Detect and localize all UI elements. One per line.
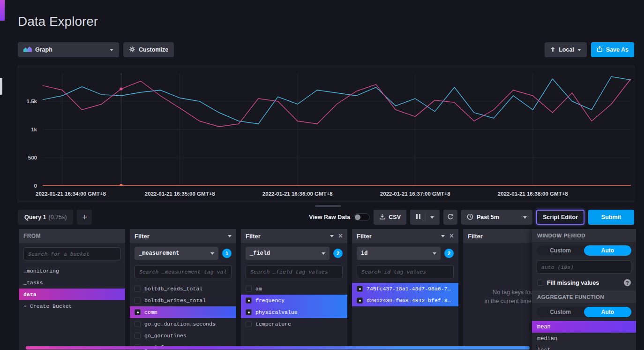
aggregate-function-item[interactable]: median <box>532 333 636 344</box>
time-range-dropdown[interactable]: Past 5m <box>461 210 532 225</box>
chart-scroll-indicator[interactable] <box>315 205 341 207</box>
pause-button[interactable] <box>410 210 440 225</box>
aggregate-function-item[interactable]: mean <box>532 321 636 333</box>
bucket-search-input[interactable] <box>23 247 120 260</box>
aggregate-auto-button[interactable]: Auto <box>584 307 631 317</box>
list-item[interactable]: comm <box>130 306 236 318</box>
save-as-button[interactable]: Save As <box>591 42 634 57</box>
list-item[interactable]: am <box>241 283 347 295</box>
y-axis-tick-label: 500 <box>28 155 37 160</box>
close-icon[interactable]: × <box>449 232 454 240</box>
left-edge-handle[interactable] <box>0 78 2 95</box>
view-type-dropdown[interactable]: Graph <box>18 42 119 57</box>
x-axis-tick-label: 2022-01-21 16:37:00 GMT+8 <box>364 191 467 197</box>
list-item-label: am <box>255 286 262 292</box>
window-period-row <box>532 258 636 276</box>
window-period-input[interactable] <box>537 260 631 274</box>
customize-label: Customize <box>139 46 168 53</box>
filter-panel-2: Filter × _field 2 amfrequencyphysicalval… <box>241 229 347 350</box>
y-axis-tick-label: 0 <box>34 183 37 189</box>
view-type-label: Graph <box>35 46 106 53</box>
list-item[interactable]: 745fc437-18a1-48d7-98a6-7… <box>352 283 458 295</box>
pause-icon <box>416 214 421 221</box>
refresh-icon <box>447 213 454 221</box>
tag-value-search-row <box>130 261 236 280</box>
window-period-mode-row: Custom Auto <box>532 242 636 258</box>
filter-panel-header[interactable]: Filter × <box>352 229 458 243</box>
close-icon[interactable]: × <box>338 232 343 240</box>
checkbox <box>357 297 363 304</box>
aggregate-mode-toggle: Custom Auto <box>537 307 631 317</box>
list-item[interactable]: boltdb_reads_total <box>130 283 236 295</box>
page-title: Data Explorer <box>18 14 98 29</box>
gear-icon <box>129 46 135 54</box>
chevron-down-icon <box>577 49 581 51</box>
aggregate-custom-button[interactable]: Custom <box>537 307 584 317</box>
list-item-label: d2012439-f068-4842-bfef-8… <box>367 297 450 304</box>
list-item[interactable]: boltdb_writes_total <box>130 295 236 306</box>
list-item[interactable]: go_gc_duration_seconds <box>130 318 236 330</box>
filter-panel-header[interactable]: Filter <box>130 229 236 243</box>
tag-value-search-input[interactable] <box>246 265 343 278</box>
tag-key-row: _field 2 <box>241 243 347 261</box>
list-item[interactable]: frequency <box>241 295 347 306</box>
tag-value-list: amfrequencyphysicalvaluetemperature <box>241 283 347 350</box>
list-item[interactable]: go_goroutines <box>130 330 236 342</box>
fill-missing-values-row: Fill missing values ? <box>532 276 636 290</box>
toggle-knob <box>355 214 360 220</box>
chevron-down-icon <box>210 252 214 255</box>
script-editor-button[interactable]: Script Editor <box>536 210 584 225</box>
aggregate-function-item[interactable]: last <box>532 344 636 350</box>
checkbox <box>135 286 141 292</box>
query-tab[interactable]: Query 1 (0.75s) <box>18 210 73 225</box>
customize-button[interactable]: Customize <box>123 42 174 57</box>
list-item[interactable]: + Create Bucket <box>19 300 125 312</box>
list-item[interactable]: temperature <box>241 318 347 330</box>
csv-download-button[interactable]: CSV <box>374 210 406 225</box>
horizontal-scrollbar[interactable] <box>26 346 530 350</box>
tag-key-row: _measurement 1 <box>130 243 236 261</box>
tag-key-label: id <box>361 250 367 257</box>
time-range-label: Past 5m <box>477 214 520 221</box>
tag-key-dropdown[interactable]: _measurement <box>135 247 218 260</box>
filter-panel-title: Filter <box>246 233 261 240</box>
list-item[interactable]: d2012439-f068-4842-bfef-8… <box>352 295 458 306</box>
list-item-label: last <box>537 347 551 350</box>
line-chart[interactable] <box>43 73 631 186</box>
window-auto-button[interactable]: Auto <box>584 245 631 256</box>
tag-key-dropdown[interactable]: _field <box>246 247 329 260</box>
tag-key-dropdown[interactable]: id <box>357 247 441 260</box>
filter-panel-header[interactable]: Filter × <box>241 229 347 243</box>
list-item[interactable]: _tasks <box>19 277 125 289</box>
tag-value-search-input[interactable] <box>135 265 232 278</box>
tag-value-search-input[interactable] <box>357 265 454 278</box>
checkbox <box>246 309 252 315</box>
list-item[interactable]: _monitoring <box>19 265 125 277</box>
list-item[interactable]: physicalvalue <box>241 306 347 318</box>
checkbox <box>135 333 141 339</box>
list-item-label: + Create Bucket <box>23 303 72 309</box>
fill-missing-values-checkbox[interactable] <box>537 280 543 286</box>
list-item-label: comm <box>144 309 157 315</box>
view-raw-data-toggle[interactable] <box>354 213 370 221</box>
list-item-label: data <box>23 291 37 297</box>
aggregate-function-title: AGGREGATE FUNCTION <box>537 294 604 300</box>
list-item[interactable]: data <box>19 289 125 300</box>
upload-arrow-icon <box>550 46 555 53</box>
from-panel-header: FROM <box>19 229 125 243</box>
add-query-button[interactable]: + <box>77 210 92 225</box>
local-label: Local <box>559 46 574 53</box>
refresh-button[interactable] <box>443 210 457 225</box>
checkbox <box>246 321 252 327</box>
window-custom-button[interactable]: Custom <box>537 245 584 256</box>
csv-label: CSV <box>389 214 401 221</box>
help-icon[interactable]: ? <box>624 279 631 286</box>
checkbox <box>135 321 141 327</box>
view-raw-data-label: View Raw Data <box>309 214 350 221</box>
aggregate-function-list: meanmedianlast <box>532 321 636 350</box>
selected-count-badge: 1 <box>222 249 232 258</box>
local-dropdown[interactable]: Local <box>545 42 587 57</box>
tag-value-search-row <box>241 261 347 280</box>
x-axis-tick-label: 2022-01-21 16:35:00 GMT+8 <box>128 191 232 197</box>
submit-button[interactable]: Submit <box>588 210 634 225</box>
